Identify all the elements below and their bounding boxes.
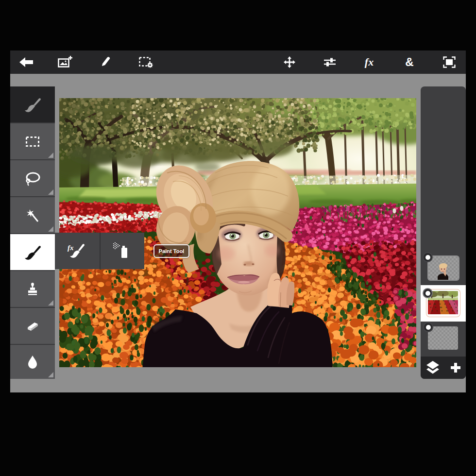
- svg-text:fx: fx: [68, 244, 74, 252]
